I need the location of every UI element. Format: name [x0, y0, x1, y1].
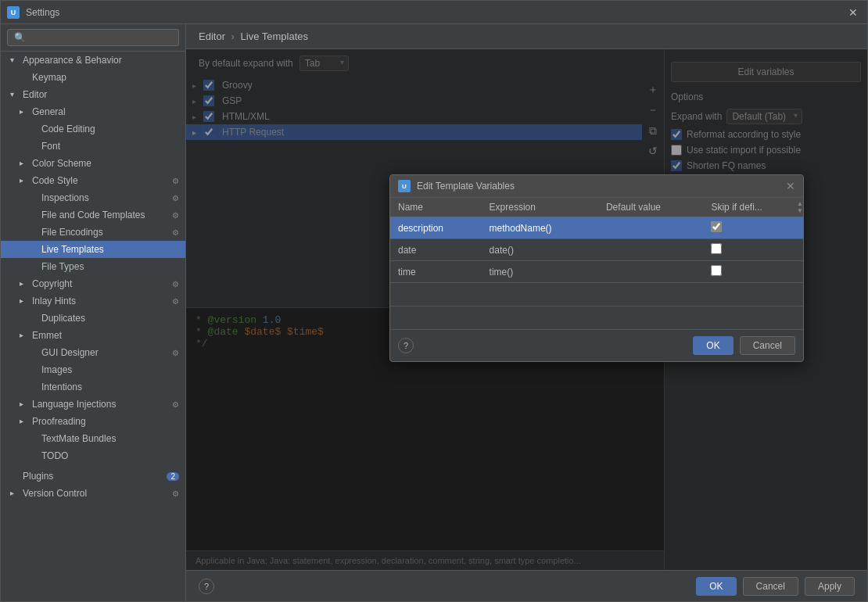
col-skip: Skip if defi... ▲ ▼ — [703, 198, 803, 217]
sidebar-label: TODO — [41, 450, 68, 461]
col-expression: Expression — [482, 198, 598, 217]
sidebar-item-duplicates[interactable]: Duplicates — [1, 310, 185, 327]
app-icon: U — [7, 6, 20, 19]
col-name: Name — [390, 198, 482, 217]
sidebar-item-copyright[interactable]: Copyright ⚙ — [1, 275, 185, 292]
sidebar-item-editor[interactable]: Editor — [1, 86, 185, 103]
table-row[interactable]: date date() — [390, 239, 803, 261]
sidebar-item-todo[interactable]: TODO — [1, 447, 185, 464]
sidebar-item-language-injections[interactable]: Language Injections ⚙ — [1, 396, 185, 413]
skip-checkbox[interactable] — [711, 243, 722, 254]
close-button[interactable]: ✕ — [845, 5, 861, 20]
cancel-button[interactable]: Cancel — [743, 577, 798, 596]
sidebar-item-inspections[interactable]: Inspections ⚙ — [1, 189, 185, 206]
sidebar-item-file-types[interactable]: File Types — [1, 258, 185, 275]
modal-close-button[interactable]: ✕ — [786, 180, 795, 192]
cell-default — [598, 239, 704, 261]
modal-title: Edit Template Variables — [417, 181, 786, 192]
skip-checkbox[interactable] — [711, 221, 722, 232]
arrow-icon — [29, 451, 38, 460]
sidebar-item-plugins[interactable]: Plugins 2 — [1, 468, 185, 485]
sort-down-button[interactable]: ▼ — [797, 207, 803, 214]
sidebar-item-appearance[interactable]: Appearance & Behavior — [1, 52, 185, 69]
table-wrapper: Name Expression Default value Skip if de… — [390, 198, 803, 330]
badge-icon: ⚙ — [172, 211, 179, 220]
arrow-icon — [10, 489, 20, 498]
sidebar-label: File Types — [41, 261, 84, 272]
col-default: Default value — [598, 198, 704, 217]
cell-name: date — [390, 239, 482, 261]
sidebar-label: Proofreading — [32, 416, 86, 427]
badge-icon: ⚙ — [172, 194, 179, 202]
sidebar-label: Code Editing — [41, 124, 95, 134]
badge-icon: ⚙ — [172, 228, 179, 237]
arrow-icon — [20, 107, 29, 116]
table-row[interactable]: time time() — [390, 261, 803, 283]
modal-body: Name Expression Default value Skip if de… — [390, 198, 803, 330]
sidebar-label: Appearance & Behavior — [23, 55, 122, 66]
header-row: Name Expression Default value Skip if de… — [390, 198, 803, 217]
badge-icon: ⚙ — [172, 297, 179, 306]
sidebar-item-inlay-hints[interactable]: Inlay Hints ⚙ — [1, 292, 185, 310]
cell-name: description — [390, 217, 482, 239]
table-body: description methodName() — [390, 217, 803, 330]
sidebar-item-proofreading[interactable]: Proofreading — [1, 413, 185, 430]
sidebar-item-code-style[interactable]: Code Style ⚙ — [1, 172, 185, 189]
settings-window: U Settings ✕ Appearance & Behavior Keyma… — [0, 0, 868, 602]
sidebar-item-font[interactable]: Font — [1, 138, 185, 155]
sidebar-item-textmate[interactable]: TextMate Bundles — [1, 430, 185, 447]
modal-ok-button[interactable]: OK — [693, 336, 733, 355]
sidebar-label: Inlay Hints — [32, 296, 76, 306]
sidebar-item-images[interactable]: Images — [1, 361, 185, 378]
sidebar-label: Color Scheme — [32, 158, 91, 169]
arrow-icon — [20, 331, 29, 340]
arrow-icon — [29, 365, 38, 374]
arrow-icon — [20, 400, 29, 409]
sidebar-item-file-encodings[interactable]: File Encodings ⚙ — [1, 224, 185, 241]
search-input[interactable] — [7, 29, 179, 46]
cell-skip — [703, 261, 803, 283]
sidebar-item-code-editing[interactable]: Code Editing — [1, 120, 185, 138]
arrow-icon — [20, 176, 29, 185]
sidebar-item-live-templates[interactable]: Live Templates — [1, 241, 185, 258]
apply-button[interactable]: Apply — [805, 577, 855, 596]
arrow-icon — [29, 228, 38, 237]
arrow-icon — [29, 348, 38, 357]
sidebar-item-file-code-templates[interactable]: File and Code Templates ⚙ — [1, 206, 185, 224]
sidebar-item-intentions[interactable]: Intentions — [1, 378, 185, 396]
sidebar-label: Editor — [23, 89, 47, 100]
sidebar-label: Plugins — [23, 471, 53, 482]
badge-icon: ⚙ — [172, 489, 179, 498]
sidebar-label: Images — [41, 364, 72, 375]
sidebar-item-keymap[interactable]: Keymap — [1, 69, 185, 86]
sidebar-item-version-control[interactable]: Version Control ⚙ — [1, 485, 185, 502]
sort-up-button[interactable]: ▲ — [797, 200, 803, 207]
arrow-icon — [20, 296, 29, 306]
skip-checkbox[interactable] — [711, 265, 722, 276]
sidebar-label: File Encodings — [41, 227, 103, 238]
sidebar-item-emmet[interactable]: Emmet — [1, 327, 185, 344]
arrow-icon — [29, 210, 38, 220]
cell-expression: date() — [482, 239, 598, 261]
cell-expression: methodName() — [482, 217, 598, 239]
ok-button[interactable]: OK — [696, 577, 736, 596]
modal-overlay: U Edit Template Variables ✕ — [186, 49, 867, 570]
modal-cancel-button[interactable]: Cancel — [740, 336, 795, 355]
badge-icon: ⚙ — [172, 177, 179, 185]
arrow-icon — [29, 245, 38, 254]
cell-skip — [703, 217, 803, 239]
arrow-icon — [10, 56, 20, 65]
sidebar-item-general[interactable]: General — [1, 103, 185, 120]
help-button[interactable]: ? — [199, 579, 214, 594]
modal-help-button[interactable]: ? — [398, 338, 414, 353]
main-content: Appearance & Behavior Keymap Editor Gene… — [1, 24, 867, 601]
table-row[interactable]: description methodName() — [390, 217, 803, 239]
bottom-bar: ? OK Cancel Apply — [186, 570, 867, 601]
sidebar-item-gui-designer[interactable]: GUI Designer ⚙ — [1, 344, 185, 361]
sidebar-label: Duplicates — [41, 313, 85, 324]
sidebar-item-color-scheme[interactable]: Color Scheme — [1, 155, 185, 172]
arrow-icon — [10, 90, 20, 99]
window-title: Settings — [26, 7, 845, 18]
arrow-icon — [10, 471, 20, 481]
sidebar-label: Live Templates — [41, 244, 104, 255]
